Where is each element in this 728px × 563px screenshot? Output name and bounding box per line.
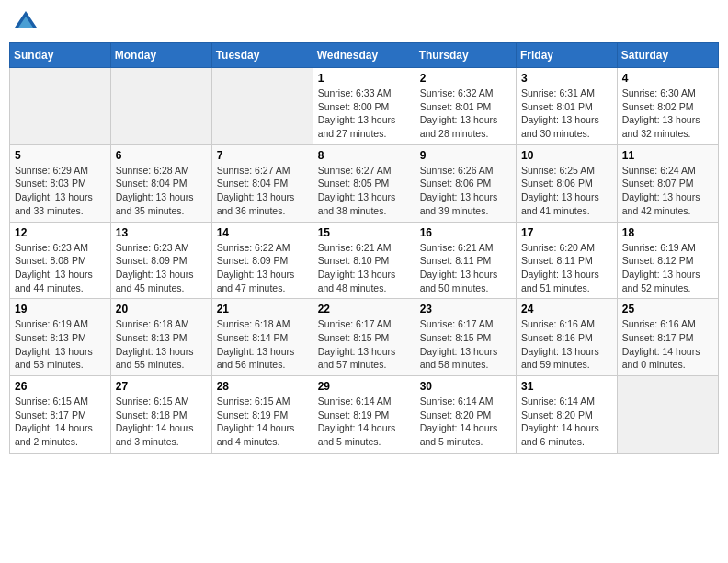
day-info: Sunrise: 6:16 AMSunset: 8:17 PMDaylight:…: [622, 317, 713, 372]
week-row-1: 1Sunrise: 6:33 AMSunset: 8:00 PMDaylight…: [10, 68, 719, 145]
calendar-cell: 3Sunrise: 6:31 AMSunset: 8:01 PMDaylight…: [517, 68, 618, 145]
day-number: 15: [318, 226, 410, 239]
calendar-cell: 2Sunrise: 6:32 AMSunset: 8:01 PMDaylight…: [415, 68, 516, 145]
calendar-cell: 30Sunrise: 6:14 AMSunset: 8:20 PMDayligh…: [415, 376, 516, 454]
day-info: Sunrise: 6:19 AMSunset: 8:13 PMDaylight:…: [15, 317, 106, 372]
calendar-table: SundayMondayTuesdayWednesdayThursdayFrid…: [9, 42, 719, 454]
day-info: Sunrise: 6:29 AMSunset: 8:03 PMDaylight:…: [15, 164, 106, 218]
week-row-4: 19Sunrise: 6:19 AMSunset: 8:13 PMDayligh…: [10, 299, 719, 376]
calendar-cell: 6Sunrise: 6:28 AMSunset: 8:04 PMDaylight…: [110, 144, 211, 222]
calendar-cell: [110, 68, 211, 145]
day-info: Sunrise: 6:22 AMSunset: 8:09 PMDaylight:…: [217, 241, 308, 295]
calendar-cell: 5Sunrise: 6:29 AMSunset: 8:03 PMDaylight…: [10, 144, 111, 222]
week-row-5: 26Sunrise: 6:15 AMSunset: 8:17 PMDayligh…: [10, 376, 719, 454]
calendar-cell: 22Sunrise: 6:17 AMSunset: 8:15 PMDayligh…: [313, 299, 415, 376]
day-info: Sunrise: 6:25 AMSunset: 8:06 PMDaylight:…: [521, 164, 612, 218]
day-info: Sunrise: 6:21 AMSunset: 8:10 PMDaylight:…: [318, 241, 410, 295]
calendar-cell: 15Sunrise: 6:21 AMSunset: 8:10 PMDayligh…: [313, 222, 415, 299]
day-info: Sunrise: 6:14 AMSunset: 8:20 PMDaylight:…: [521, 395, 612, 449]
calendar-cell: 16Sunrise: 6:21 AMSunset: 8:11 PMDayligh…: [415, 222, 516, 299]
day-number: 10: [521, 149, 612, 162]
day-info: Sunrise: 6:15 AMSunset: 8:18 PMDaylight:…: [116, 395, 207, 449]
logo: [13, 9, 42, 35]
header-day-monday: Monday: [110, 43, 211, 68]
calendar-cell: 11Sunrise: 6:24 AMSunset: 8:07 PMDayligh…: [617, 144, 718, 222]
calendar-cell: 7Sunrise: 6:27 AMSunset: 8:04 PMDaylight…: [211, 144, 313, 222]
calendar-cell: 19Sunrise: 6:19 AMSunset: 8:13 PMDayligh…: [10, 299, 111, 376]
week-row-2: 5Sunrise: 6:29 AMSunset: 8:03 PMDaylight…: [10, 144, 719, 222]
calendar-cell: [211, 68, 313, 145]
day-info: Sunrise: 6:14 AMSunset: 8:20 PMDaylight:…: [420, 395, 511, 449]
day-number: 6: [116, 149, 207, 162]
day-info: Sunrise: 6:27 AMSunset: 8:04 PMDaylight:…: [217, 164, 308, 218]
header-day-tuesday: Tuesday: [211, 43, 313, 68]
day-number: 21: [217, 303, 308, 316]
day-info: Sunrise: 6:24 AMSunset: 8:07 PMDaylight:…: [622, 164, 713, 218]
calendar-cell: 1Sunrise: 6:33 AMSunset: 8:00 PMDaylight…: [313, 68, 415, 145]
day-number: 3: [521, 72, 612, 85]
logo-icon: [13, 9, 39, 35]
calendar-cell: 20Sunrise: 6:18 AMSunset: 8:13 PMDayligh…: [110, 299, 211, 376]
calendar-body: 1Sunrise: 6:33 AMSunset: 8:00 PMDaylight…: [10, 68, 719, 454]
day-info: Sunrise: 6:17 AMSunset: 8:15 PMDaylight:…: [318, 317, 410, 372]
day-number: 19: [15, 303, 106, 316]
calendar-cell: 26Sunrise: 6:15 AMSunset: 8:17 PMDayligh…: [10, 376, 111, 454]
calendar-cell: 29Sunrise: 6:14 AMSunset: 8:19 PMDayligh…: [313, 376, 415, 454]
day-info: Sunrise: 6:30 AMSunset: 8:02 PMDaylight:…: [622, 86, 713, 141]
day-info: Sunrise: 6:31 AMSunset: 8:01 PMDaylight:…: [521, 86, 612, 141]
calendar-cell: 24Sunrise: 6:16 AMSunset: 8:16 PMDayligh…: [517, 299, 618, 376]
day-number: 9: [420, 149, 511, 162]
day-info: Sunrise: 6:26 AMSunset: 8:06 PMDaylight:…: [420, 164, 511, 218]
day-number: 14: [217, 226, 308, 239]
day-info: Sunrise: 6:23 AMSunset: 8:08 PMDaylight:…: [15, 241, 106, 295]
day-info: Sunrise: 6:32 AMSunset: 8:01 PMDaylight:…: [420, 86, 511, 141]
day-number: 4: [622, 72, 713, 85]
header-day-sunday: Sunday: [10, 43, 111, 68]
day-info: Sunrise: 6:15 AMSunset: 8:17 PMDaylight:…: [15, 395, 106, 449]
calendar-cell: 12Sunrise: 6:23 AMSunset: 8:08 PMDayligh…: [10, 222, 111, 299]
day-number: 18: [622, 226, 713, 239]
calendar-cell: 23Sunrise: 6:17 AMSunset: 8:15 PMDayligh…: [415, 299, 516, 376]
calendar-cell: 27Sunrise: 6:15 AMSunset: 8:18 PMDayligh…: [110, 376, 211, 454]
day-number: 29: [318, 380, 410, 393]
calendar-cell: 25Sunrise: 6:16 AMSunset: 8:17 PMDayligh…: [617, 299, 718, 376]
calendar-cell: 21Sunrise: 6:18 AMSunset: 8:14 PMDayligh…: [211, 299, 313, 376]
day-info: Sunrise: 6:23 AMSunset: 8:09 PMDaylight:…: [116, 241, 207, 295]
header-day-friday: Friday: [517, 43, 618, 68]
calendar-cell: 31Sunrise: 6:14 AMSunset: 8:20 PMDayligh…: [517, 376, 618, 454]
day-info: Sunrise: 6:16 AMSunset: 8:16 PMDaylight:…: [521, 317, 612, 372]
calendar-cell: 14Sunrise: 6:22 AMSunset: 8:09 PMDayligh…: [211, 222, 313, 299]
day-info: Sunrise: 6:27 AMSunset: 8:05 PMDaylight:…: [318, 164, 410, 218]
day-info: Sunrise: 6:20 AMSunset: 8:11 PMDaylight:…: [521, 241, 612, 295]
day-info: Sunrise: 6:18 AMSunset: 8:14 PMDaylight:…: [217, 317, 308, 372]
day-info: Sunrise: 6:14 AMSunset: 8:19 PMDaylight:…: [318, 395, 410, 449]
day-info: Sunrise: 6:18 AMSunset: 8:13 PMDaylight:…: [116, 317, 207, 372]
day-info: Sunrise: 6:28 AMSunset: 8:04 PMDaylight:…: [116, 164, 207, 218]
header-day-thursday: Thursday: [415, 43, 516, 68]
header-row: SundayMondayTuesdayWednesdayThursdayFrid…: [10, 43, 719, 68]
day-info: Sunrise: 6:19 AMSunset: 8:12 PMDaylight:…: [622, 241, 713, 295]
week-row-3: 12Sunrise: 6:23 AMSunset: 8:08 PMDayligh…: [10, 222, 719, 299]
header-day-wednesday: Wednesday: [313, 43, 415, 68]
day-number: 24: [521, 303, 612, 316]
page-header: [9, 9, 719, 35]
calendar-cell: 8Sunrise: 6:27 AMSunset: 8:05 PMDaylight…: [313, 144, 415, 222]
day-number: 1: [318, 72, 410, 85]
calendar-cell: [10, 68, 111, 145]
day-number: 31: [521, 380, 612, 393]
day-number: 7: [217, 149, 308, 162]
day-number: 20: [116, 303, 207, 316]
day-number: 16: [420, 226, 511, 239]
calendar-cell: 17Sunrise: 6:20 AMSunset: 8:11 PMDayligh…: [517, 222, 618, 299]
calendar-cell: 18Sunrise: 6:19 AMSunset: 8:12 PMDayligh…: [617, 222, 718, 299]
day-number: 2: [420, 72, 511, 85]
header-day-saturday: Saturday: [617, 43, 718, 68]
day-number: 28: [217, 380, 308, 393]
calendar-cell: 9Sunrise: 6:26 AMSunset: 8:06 PMDaylight…: [415, 144, 516, 222]
day-number: 27: [116, 380, 207, 393]
day-number: 22: [318, 303, 410, 316]
day-number: 8: [318, 149, 410, 162]
day-info: Sunrise: 6:17 AMSunset: 8:15 PMDaylight:…: [420, 317, 511, 372]
calendar-cell: 13Sunrise: 6:23 AMSunset: 8:09 PMDayligh…: [110, 222, 211, 299]
day-info: Sunrise: 6:15 AMSunset: 8:19 PMDaylight:…: [217, 395, 308, 449]
